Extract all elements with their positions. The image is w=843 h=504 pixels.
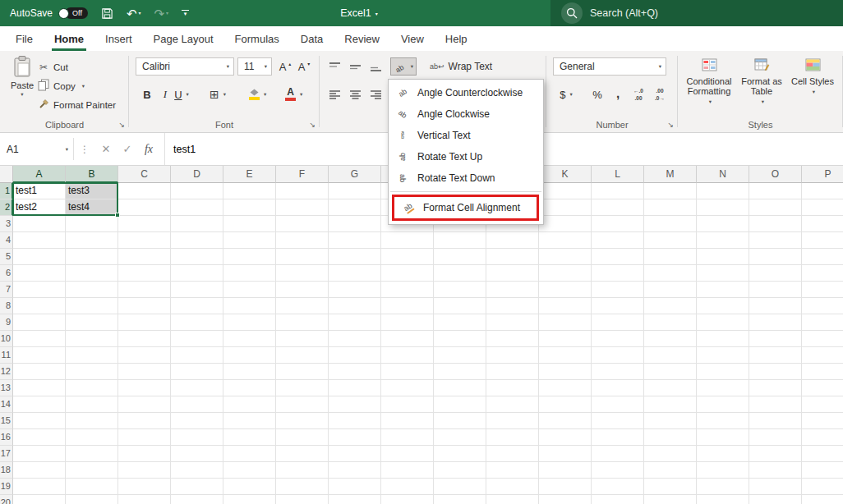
align-left-button[interactable] bbox=[326, 85, 343, 103]
cell-M9[interactable] bbox=[644, 314, 697, 331]
menu-item-vertical-text[interactable]: ab Vertical Text bbox=[389, 125, 543, 146]
cell-G8[interactable] bbox=[329, 298, 381, 314]
conditional-formatting-chevron-icon[interactable]: ▾ bbox=[709, 97, 712, 107]
cell-A19[interactable] bbox=[13, 479, 66, 495]
tab-review[interactable]: Review bbox=[334, 26, 390, 51]
cell-L7[interactable] bbox=[592, 282, 644, 298]
cell-B19[interactable] bbox=[66, 479, 118, 495]
cell-C9[interactable] bbox=[118, 314, 171, 331]
cell-N2[interactable] bbox=[697, 199, 749, 216]
cell-F13[interactable] bbox=[276, 380, 329, 396]
cell-I4[interactable] bbox=[434, 232, 486, 249]
cell-M8[interactable] bbox=[644, 298, 697, 314]
cell-N5[interactable] bbox=[697, 249, 749, 265]
cut-button[interactable]: ✂Cut bbox=[38, 58, 68, 76]
cell-J5[interactable] bbox=[486, 249, 539, 265]
cell-N14[interactable] bbox=[697, 396, 749, 413]
cell-H13[interactable] bbox=[381, 380, 434, 396]
cell-B14[interactable] bbox=[66, 396, 118, 413]
font-dialog-launcher[interactable]: ↘ bbox=[309, 121, 316, 129]
column-header-E[interactable]: E bbox=[223, 166, 276, 183]
cell-K9[interactable] bbox=[539, 314, 592, 331]
cell-E7[interactable] bbox=[223, 282, 276, 298]
column-header-M[interactable]: M bbox=[644, 166, 697, 183]
cell-P9[interactable] bbox=[802, 314, 843, 331]
font-name-chevron-icon[interactable]: ▾ bbox=[227, 63, 229, 70]
cell-D11[interactable] bbox=[171, 347, 223, 364]
cell-O19[interactable] bbox=[749, 479, 802, 495]
cell-C13[interactable] bbox=[118, 380, 171, 396]
cell-B16[interactable] bbox=[66, 429, 118, 446]
column-header-F[interactable]: F bbox=[276, 166, 329, 183]
cell-K1[interactable] bbox=[539, 183, 592, 199]
cell-L8[interactable] bbox=[592, 298, 644, 314]
column-header-O[interactable]: O bbox=[749, 166, 802, 183]
top-align-button[interactable] bbox=[326, 57, 343, 76]
cell-G4[interactable] bbox=[329, 232, 381, 249]
menu-item-format-cell-alignment[interactable]: ab Format Cell Alignment bbox=[394, 197, 537, 218]
column-header-A[interactable]: A bbox=[13, 166, 66, 183]
bottom-align-button[interactable] bbox=[367, 57, 384, 76]
cell-N17[interactable] bbox=[697, 446, 749, 462]
cell-F19[interactable] bbox=[276, 479, 329, 495]
cell-K16[interactable] bbox=[539, 429, 592, 446]
cell-C12[interactable] bbox=[118, 364, 171, 380]
cell-E17[interactable] bbox=[223, 446, 276, 462]
column-header-L[interactable]: L bbox=[592, 166, 644, 183]
cell-K5[interactable] bbox=[539, 249, 592, 265]
number-format-combo[interactable]: General▾ bbox=[553, 57, 666, 76]
accounting-chevron-icon[interactable]: ▾ bbox=[569, 91, 572, 98]
cell-E20[interactable] bbox=[223, 495, 276, 504]
font-size-chevron-icon[interactable]: ▾ bbox=[265, 63, 267, 70]
cell-I14[interactable] bbox=[434, 396, 486, 413]
cell-P18[interactable] bbox=[802, 462, 843, 479]
cell-C19[interactable] bbox=[118, 479, 171, 495]
cell-F8[interactable] bbox=[276, 298, 329, 314]
column-header-G[interactable]: G bbox=[329, 166, 381, 183]
cell-K7[interactable] bbox=[539, 282, 592, 298]
cell-J6[interactable] bbox=[486, 265, 539, 282]
column-header-N[interactable]: N bbox=[697, 166, 749, 183]
search-box[interactable]: Search (Alt+Q) bbox=[550, 0, 843, 26]
row-header-11[interactable]: 11 bbox=[0, 347, 13, 364]
percent-style-button[interactable]: % bbox=[589, 85, 606, 103]
cell-G10[interactable] bbox=[329, 331, 381, 347]
comma-style-button[interactable]: , bbox=[610, 84, 626, 102]
cell-K20[interactable] bbox=[539, 495, 592, 504]
cell-I5[interactable] bbox=[434, 249, 486, 265]
cell-O2[interactable] bbox=[749, 199, 802, 216]
row-header-13[interactable]: 13 bbox=[0, 380, 13, 396]
tab-data[interactable]: Data bbox=[290, 26, 334, 51]
cell-L10[interactable] bbox=[592, 331, 644, 347]
cell-J7[interactable] bbox=[486, 282, 539, 298]
cell-M20[interactable] bbox=[644, 495, 697, 504]
cell-P10[interactable] bbox=[802, 331, 843, 347]
cell-D9[interactable] bbox=[171, 314, 223, 331]
cell-O17[interactable] bbox=[749, 446, 802, 462]
cell-E16[interactable] bbox=[223, 429, 276, 446]
cell-P8[interactable] bbox=[802, 298, 843, 314]
cell-E14[interactable] bbox=[223, 396, 276, 413]
cell-J11[interactable] bbox=[486, 347, 539, 364]
row-header-14[interactable]: 14 bbox=[0, 396, 13, 413]
cell-L4[interactable] bbox=[592, 232, 644, 249]
cell-P7[interactable] bbox=[802, 282, 843, 298]
cell-O6[interactable] bbox=[749, 265, 802, 282]
cell-C5[interactable] bbox=[118, 249, 171, 265]
row-header-5[interactable]: 5 bbox=[0, 249, 13, 265]
cell-F18[interactable] bbox=[276, 462, 329, 479]
cell-P20[interactable] bbox=[802, 495, 843, 504]
cell-G20[interactable] bbox=[329, 495, 381, 504]
number-dialog-launcher[interactable]: ↘ bbox=[667, 121, 674, 129]
cell-G9[interactable] bbox=[329, 314, 381, 331]
cell-E3[interactable] bbox=[223, 216, 276, 232]
cell-P19[interactable] bbox=[802, 479, 843, 495]
cell-M10[interactable] bbox=[644, 331, 697, 347]
cell-M5[interactable] bbox=[644, 249, 697, 265]
cell-O12[interactable] bbox=[749, 364, 802, 380]
cell-L2[interactable] bbox=[592, 199, 644, 216]
cell-H19[interactable] bbox=[381, 479, 434, 495]
cell-D18[interactable] bbox=[171, 462, 223, 479]
undo-menu-chevron-icon[interactable]: ▾ bbox=[138, 11, 140, 16]
cell-D19[interactable] bbox=[171, 479, 223, 495]
